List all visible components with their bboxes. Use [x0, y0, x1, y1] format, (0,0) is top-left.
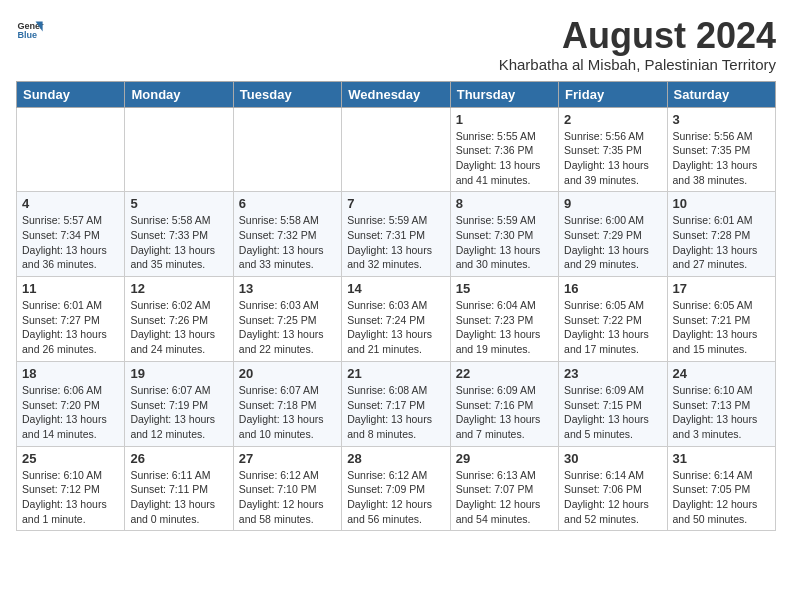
day-info: Sunrise: 5:59 AM Sunset: 7:30 PM Dayligh… [456, 213, 553, 272]
day-info: Sunrise: 6:07 AM Sunset: 7:19 PM Dayligh… [130, 383, 227, 442]
day-number: 28 [347, 451, 444, 466]
day-number: 2 [564, 112, 661, 127]
day-info: Sunrise: 5:55 AM Sunset: 7:36 PM Dayligh… [456, 129, 553, 188]
day-number: 18 [22, 366, 119, 381]
calendar-cell: 5Sunrise: 5:58 AM Sunset: 7:33 PM Daylig… [125, 192, 233, 277]
day-info: Sunrise: 6:03 AM Sunset: 7:24 PM Dayligh… [347, 298, 444, 357]
day-number: 20 [239, 366, 336, 381]
calendar-cell: 15Sunrise: 6:04 AM Sunset: 7:23 PM Dayli… [450, 277, 558, 362]
day-number: 23 [564, 366, 661, 381]
svg-text:Blue: Blue [17, 30, 37, 40]
day-info: Sunrise: 6:07 AM Sunset: 7:18 PM Dayligh… [239, 383, 336, 442]
calendar-cell: 21Sunrise: 6:08 AM Sunset: 7:17 PM Dayli… [342, 361, 450, 446]
day-number: 15 [456, 281, 553, 296]
day-info: Sunrise: 6:14 AM Sunset: 7:06 PM Dayligh… [564, 468, 661, 527]
day-info: Sunrise: 6:10 AM Sunset: 7:12 PM Dayligh… [22, 468, 119, 527]
day-info: Sunrise: 6:01 AM Sunset: 7:28 PM Dayligh… [673, 213, 770, 272]
calendar-cell: 13Sunrise: 6:03 AM Sunset: 7:25 PM Dayli… [233, 277, 341, 362]
weekday-header-tuesday: Tuesday [233, 81, 341, 107]
day-info: Sunrise: 6:02 AM Sunset: 7:26 PM Dayligh… [130, 298, 227, 357]
day-info: Sunrise: 6:09 AM Sunset: 7:15 PM Dayligh… [564, 383, 661, 442]
calendar-cell: 22Sunrise: 6:09 AM Sunset: 7:16 PM Dayli… [450, 361, 558, 446]
calendar-cell: 31Sunrise: 6:14 AM Sunset: 7:05 PM Dayli… [667, 446, 775, 531]
weekday-header-sunday: Sunday [17, 81, 125, 107]
calendar-cell: 26Sunrise: 6:11 AM Sunset: 7:11 PM Dayli… [125, 446, 233, 531]
day-number: 12 [130, 281, 227, 296]
logo: General Blue [16, 16, 44, 44]
day-number: 1 [456, 112, 553, 127]
day-info: Sunrise: 6:12 AM Sunset: 7:10 PM Dayligh… [239, 468, 336, 527]
day-info: Sunrise: 6:08 AM Sunset: 7:17 PM Dayligh… [347, 383, 444, 442]
calendar-cell: 14Sunrise: 6:03 AM Sunset: 7:24 PM Dayli… [342, 277, 450, 362]
day-number: 24 [673, 366, 770, 381]
day-number: 19 [130, 366, 227, 381]
day-number: 30 [564, 451, 661, 466]
day-number: 16 [564, 281, 661, 296]
calendar-cell: 19Sunrise: 6:07 AM Sunset: 7:19 PM Dayli… [125, 361, 233, 446]
calendar-cell: 6Sunrise: 5:58 AM Sunset: 7:32 PM Daylig… [233, 192, 341, 277]
calendar-cell: 7Sunrise: 5:59 AM Sunset: 7:31 PM Daylig… [342, 192, 450, 277]
day-info: Sunrise: 6:13 AM Sunset: 7:07 PM Dayligh… [456, 468, 553, 527]
day-number: 29 [456, 451, 553, 466]
day-number: 25 [22, 451, 119, 466]
day-number: 14 [347, 281, 444, 296]
calendar-cell: 12Sunrise: 6:02 AM Sunset: 7:26 PM Dayli… [125, 277, 233, 362]
day-number: 3 [673, 112, 770, 127]
day-info: Sunrise: 6:10 AM Sunset: 7:13 PM Dayligh… [673, 383, 770, 442]
day-info: Sunrise: 6:00 AM Sunset: 7:29 PM Dayligh… [564, 213, 661, 272]
month-year-title: August 2024 [499, 16, 776, 56]
calendar-cell: 29Sunrise: 6:13 AM Sunset: 7:07 PM Dayli… [450, 446, 558, 531]
calendar-cell: 24Sunrise: 6:10 AM Sunset: 7:13 PM Dayli… [667, 361, 775, 446]
weekday-header-thursday: Thursday [450, 81, 558, 107]
calendar-table: SundayMondayTuesdayWednesdayThursdayFrid… [16, 81, 776, 532]
weekday-header-monday: Monday [125, 81, 233, 107]
calendar-cell: 1Sunrise: 5:55 AM Sunset: 7:36 PM Daylig… [450, 107, 558, 192]
page-header: General Blue August 2024 Kharbatha al Mi… [16, 16, 776, 73]
logo-icon: General Blue [16, 16, 44, 44]
calendar-cell: 27Sunrise: 6:12 AM Sunset: 7:10 PM Dayli… [233, 446, 341, 531]
day-number: 31 [673, 451, 770, 466]
calendar-cell [342, 107, 450, 192]
calendar-header-row: SundayMondayTuesdayWednesdayThursdayFrid… [17, 81, 776, 107]
calendar-week-row: 25Sunrise: 6:10 AM Sunset: 7:12 PM Dayli… [17, 446, 776, 531]
calendar-cell: 20Sunrise: 6:07 AM Sunset: 7:18 PM Dayli… [233, 361, 341, 446]
weekday-header-wednesday: Wednesday [342, 81, 450, 107]
title-block: August 2024 Kharbatha al Misbah, Palesti… [499, 16, 776, 73]
calendar-cell: 3Sunrise: 5:56 AM Sunset: 7:35 PM Daylig… [667, 107, 775, 192]
calendar-cell: 25Sunrise: 6:10 AM Sunset: 7:12 PM Dayli… [17, 446, 125, 531]
calendar-cell: 16Sunrise: 6:05 AM Sunset: 7:22 PM Dayli… [559, 277, 667, 362]
day-info: Sunrise: 6:05 AM Sunset: 7:21 PM Dayligh… [673, 298, 770, 357]
calendar-cell: 18Sunrise: 6:06 AM Sunset: 7:20 PM Dayli… [17, 361, 125, 446]
day-info: Sunrise: 6:11 AM Sunset: 7:11 PM Dayligh… [130, 468, 227, 527]
day-number: 8 [456, 196, 553, 211]
calendar-week-row: 18Sunrise: 6:06 AM Sunset: 7:20 PM Dayli… [17, 361, 776, 446]
day-info: Sunrise: 6:12 AM Sunset: 7:09 PM Dayligh… [347, 468, 444, 527]
day-info: Sunrise: 6:04 AM Sunset: 7:23 PM Dayligh… [456, 298, 553, 357]
calendar-cell: 28Sunrise: 6:12 AM Sunset: 7:09 PM Dayli… [342, 446, 450, 531]
calendar-cell: 17Sunrise: 6:05 AM Sunset: 7:21 PM Dayli… [667, 277, 775, 362]
day-number: 10 [673, 196, 770, 211]
day-info: Sunrise: 5:57 AM Sunset: 7:34 PM Dayligh… [22, 213, 119, 272]
calendar-week-row: 4Sunrise: 5:57 AM Sunset: 7:34 PM Daylig… [17, 192, 776, 277]
calendar-cell: 8Sunrise: 5:59 AM Sunset: 7:30 PM Daylig… [450, 192, 558, 277]
day-info: Sunrise: 5:56 AM Sunset: 7:35 PM Dayligh… [564, 129, 661, 188]
day-number: 21 [347, 366, 444, 381]
calendar-cell [17, 107, 125, 192]
calendar-cell: 2Sunrise: 5:56 AM Sunset: 7:35 PM Daylig… [559, 107, 667, 192]
weekday-header-friday: Friday [559, 81, 667, 107]
weekday-header-saturday: Saturday [667, 81, 775, 107]
day-number: 26 [130, 451, 227, 466]
day-info: Sunrise: 6:06 AM Sunset: 7:20 PM Dayligh… [22, 383, 119, 442]
day-number: 9 [564, 196, 661, 211]
calendar-cell: 11Sunrise: 6:01 AM Sunset: 7:27 PM Dayli… [17, 277, 125, 362]
day-number: 22 [456, 366, 553, 381]
day-number: 6 [239, 196, 336, 211]
calendar-cell: 30Sunrise: 6:14 AM Sunset: 7:06 PM Dayli… [559, 446, 667, 531]
calendar-week-row: 11Sunrise: 6:01 AM Sunset: 7:27 PM Dayli… [17, 277, 776, 362]
calendar-cell: 4Sunrise: 5:57 AM Sunset: 7:34 PM Daylig… [17, 192, 125, 277]
location-subtitle: Kharbatha al Misbah, Palestinian Territo… [499, 56, 776, 73]
day-info: Sunrise: 6:09 AM Sunset: 7:16 PM Dayligh… [456, 383, 553, 442]
calendar-week-row: 1Sunrise: 5:55 AM Sunset: 7:36 PM Daylig… [17, 107, 776, 192]
day-info: Sunrise: 6:03 AM Sunset: 7:25 PM Dayligh… [239, 298, 336, 357]
day-number: 4 [22, 196, 119, 211]
